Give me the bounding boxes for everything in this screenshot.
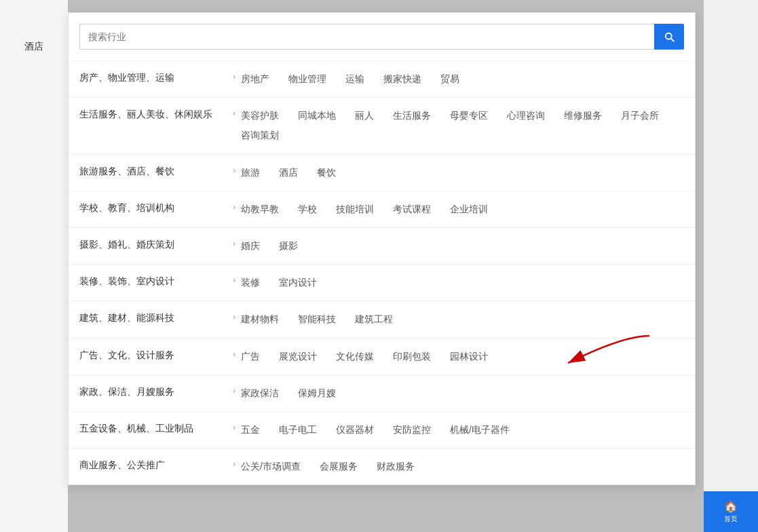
sidebar-label: 酒店 [24, 41, 43, 53]
category-row: 房产、物业管理、运输›房地产物业管理运输搬家快递贸易 [69, 60, 695, 97]
category-row: 建筑、建材、能源科技›建材物料智能科技建筑工程 [69, 301, 695, 337]
category-left: 装修、装饰、室内设计› [79, 274, 235, 288]
category-left: 建筑、建材、能源科技› [79, 311, 235, 325]
category-tag[interactable]: 心理咨询 [507, 107, 545, 124]
category-tag[interactable]: 技能培训 [336, 201, 374, 218]
category-row: 旅游服务、酒店、餐饮›旅游酒店餐饮 [69, 154, 695, 191]
category-name[interactable]: 家政、保洁、月嫂服务 [79, 385, 174, 399]
category-left: 家政、保洁、月嫂服务› [79, 385, 235, 399]
category-tag[interactable]: 智能科技 [298, 311, 336, 328]
category-tags: 美容护肤同城本地丽人生活服务母婴专区心理咨询维修服务月子会所咨询策划 [235, 107, 684, 144]
sidebar: 酒店 [0, 0, 68, 532]
category-name[interactable]: 商业服务、公关推广 [79, 458, 165, 472]
category-tag[interactable]: 考试课程 [393, 201, 431, 218]
category-tags: 旅游酒店餐饮 [235, 164, 684, 181]
category-row: 装修、装饰、室内设计›装修室内设计 [69, 264, 695, 301]
home-icon: 🏠 [724, 500, 738, 513]
category-name[interactable]: 摄影、婚礼、婚庆策划 [79, 238, 174, 252]
category-name[interactable]: 广告、文化、设计服务 [79, 348, 174, 362]
category-tags: 五金电子电工仪器器材安防监控机械/电子器件 [235, 421, 684, 438]
category-tag[interactable]: 装修 [241, 274, 260, 291]
category-left: 摄影、婚礼、婚庆策划› [79, 238, 235, 252]
category-tag[interactable]: 五金 [241, 421, 260, 438]
category-tag[interactable]: 维修服务 [564, 107, 602, 124]
category-name[interactable]: 旅游服务、酒店、餐饮 [79, 164, 174, 178]
category-tag[interactable]: 仪器器材 [336, 421, 374, 438]
category-name[interactable]: 房产、物业管理、运输 [79, 71, 174, 85]
category-name[interactable]: 装修、装饰、室内设计 [79, 274, 174, 288]
category-tags: 幼教早教学校技能培训考试课程企业培训 [235, 201, 684, 218]
category-tags: 家政保洁保姆月嫂 [235, 385, 684, 402]
category-tag[interactable]: 印刷包装 [393, 348, 431, 365]
category-tag[interactable]: 广告 [241, 348, 260, 365]
search-icon [663, 31, 675, 43]
category-row: 学校、教育、培训机构›幼教早教学校技能培训考试课程企业培训 [69, 191, 695, 227]
category-left: 五金设备、机械、工业制品› [79, 421, 235, 436]
category-left: 生活服务、丽人美妆、休闲娱乐› [79, 107, 235, 121]
category-name[interactable]: 建筑、建材、能源科技 [79, 311, 174, 325]
category-tag[interactable]: 机械/电子器件 [450, 421, 510, 438]
category-tags: 公关/市场调查会展服务财政服务 [235, 458, 684, 475]
category-tag[interactable]: 财政服务 [377, 458, 415, 475]
category-tag[interactable]: 贸易 [440, 71, 459, 88]
category-tags: 装修室内设计 [235, 274, 684, 291]
category-tag[interactable]: 公关/市场调查 [241, 458, 301, 475]
industry-dropdown: 房产、物业管理、运输›房地产物业管理运输搬家快递贸易生活服务、丽人美妆、休闲娱乐… [68, 12, 696, 485]
category-tags: 建材物料智能科技建筑工程 [235, 311, 684, 328]
category-row: 摄影、婚礼、婚庆策划›婚庆摄影 [69, 227, 695, 264]
category-row: 广告、文化、设计服务›广告展览设计文化传媒印刷包装园林设计 [69, 338, 695, 375]
category-tag[interactable]: 保姆月嫂 [298, 385, 336, 402]
category-row: 商业服务、公关推广›公关/市场调查会展服务财政服务 [69, 448, 695, 484]
category-name[interactable]: 生活服务、丽人美妆、休闲娱乐 [79, 107, 212, 121]
category-left: 学校、教育、培训机构› [79, 201, 235, 215]
category-tag[interactable]: 运输 [345, 71, 364, 88]
category-left: 商业服务、公关推广› [79, 458, 235, 472]
category-tag[interactable]: 餐饮 [317, 164, 336, 181]
category-tag[interactable]: 室内设计 [279, 274, 317, 291]
category-tag[interactable]: 母婴专区 [450, 107, 488, 124]
category-list: 房产、物业管理、运输›房地产物业管理运输搬家快递贸易生活服务、丽人美妆、休闲娱乐… [69, 60, 695, 484]
category-left: 房产、物业管理、运输› [79, 71, 235, 85]
category-tags: 婚庆摄影 [235, 238, 684, 254]
category-tag[interactable]: 家政保洁 [241, 385, 279, 402]
category-row: 五金设备、机械、工业制品›五金电子电工仪器器材安防监控机械/电子器件 [69, 411, 695, 448]
category-left: 旅游服务、酒店、餐饮› [79, 164, 235, 178]
category-tags: 广告展览设计文化传媒印刷包装园林设计 [235, 348, 684, 365]
category-tag[interactable]: 搬家快递 [383, 71, 421, 88]
right-panel: 🏠 首页 [704, 0, 758, 532]
search-bar [79, 24, 684, 50]
category-left: 广告、文化、设计服务› [79, 348, 235, 362]
category-tag[interactable]: 会展服务 [320, 458, 358, 475]
category-tag[interactable]: 同城本地 [298, 107, 336, 124]
category-tag[interactable]: 房地产 [241, 71, 269, 88]
category-name[interactable]: 学校、教育、培训机构 [79, 201, 174, 215]
category-row: 生活服务、丽人美妆、休闲娱乐›美容护肤同城本地丽人生活服务母婴专区心理咨询维修服… [69, 97, 695, 153]
search-button[interactable] [654, 24, 684, 50]
bottom-nav-label: 首页 [724, 514, 738, 524]
category-tag[interactable]: 文化传媒 [336, 348, 374, 365]
category-tag[interactable]: 企业培训 [450, 201, 488, 218]
category-tag[interactable]: 生活服务 [393, 107, 431, 124]
category-name[interactable]: 五金设备、机械、工业制品 [79, 421, 193, 436]
category-tag[interactable]: 旅游 [241, 164, 260, 181]
category-tag[interactable]: 月子会所 [621, 107, 659, 124]
category-tag[interactable]: 电子电工 [279, 421, 317, 438]
category-row: 家政、保洁、月嫂服务›家政保洁保姆月嫂 [69, 375, 695, 411]
category-tag[interactable]: 物业管理 [288, 71, 326, 88]
category-tag[interactable]: 学校 [298, 201, 317, 218]
category-tag[interactable]: 展览设计 [279, 348, 317, 365]
category-tag[interactable]: 酒店 [279, 164, 298, 181]
category-tag[interactable]: 摄影 [279, 238, 298, 254]
category-tags: 房地产物业管理运输搬家快递贸易 [235, 71, 684, 88]
category-tag[interactable]: 幼教早教 [241, 201, 279, 218]
category-tag[interactable]: 建材物料 [241, 311, 279, 328]
category-tag[interactable]: 咨询策划 [241, 127, 279, 144]
bottom-nav[interactable]: 🏠 首页 [704, 491, 758, 532]
category-tag[interactable]: 建筑工程 [355, 311, 393, 328]
search-input[interactable] [79, 24, 654, 50]
category-tag[interactable]: 安防监控 [393, 421, 431, 438]
category-tag[interactable]: 婚庆 [241, 238, 260, 254]
category-tag[interactable]: 美容护肤 [241, 107, 279, 124]
category-tag[interactable]: 园林设计 [450, 348, 488, 365]
category-tag[interactable]: 丽人 [355, 107, 374, 124]
